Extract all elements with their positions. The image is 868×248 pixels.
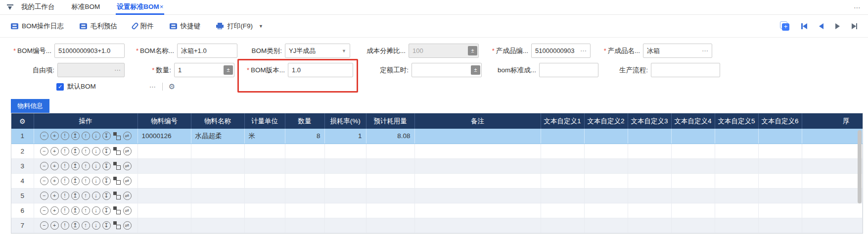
move-top-icon[interactable]: ↥ xyxy=(71,162,80,170)
loss-rate-cell[interactable]: 1 xyxy=(324,129,366,144)
exclamation-icon[interactable]: ! xyxy=(61,221,69,230)
prev-record-button[interactable] xyxy=(819,23,823,29)
move-top-icon[interactable]: ↥ xyxy=(71,192,80,200)
material-code-cell[interactable] xyxy=(137,158,191,173)
move-bottom-icon[interactable]: ↧ xyxy=(102,221,111,230)
custom-text-1-cell[interactable] xyxy=(541,188,584,203)
remark-cell[interactable] xyxy=(414,188,541,203)
estimated-usage-cell[interactable] xyxy=(366,188,414,203)
custom-text-6-cell[interactable] xyxy=(758,218,802,233)
remark-cell[interactable] xyxy=(414,158,541,173)
estimated-usage-cell[interactable] xyxy=(366,158,414,173)
move-down-icon[interactable]: ↓ xyxy=(92,147,100,155)
thickness-cell[interactable] xyxy=(802,203,863,218)
estimated-usage-cell[interactable] xyxy=(366,144,414,158)
custom-text-5-cell[interactable] xyxy=(715,203,758,218)
bom-std-cost-input[interactable] xyxy=(543,63,597,77)
custom-text-4-cell[interactable] xyxy=(671,188,715,203)
move-bottom-icon[interactable]: ↧ xyxy=(102,192,111,200)
material-name-cell[interactable]: 水晶超柔 xyxy=(191,129,244,144)
copy-replace-icon[interactable] xyxy=(113,147,121,155)
tab-material-info[interactable]: 物料信息 xyxy=(11,99,49,113)
custom-text-3-cell[interactable] xyxy=(628,173,671,188)
move-bottom-icon[interactable]: ↧ xyxy=(102,132,111,140)
loss-rate-cell[interactable] xyxy=(324,144,366,158)
estimated-usage-cell[interactable]: 8.08 xyxy=(366,129,414,144)
move-down-icon[interactable]: ↓ xyxy=(92,192,100,200)
custom-text-2-cell[interactable] xyxy=(584,144,628,158)
thickness-cell[interactable] xyxy=(802,173,863,188)
calculator-icon[interactable]: ± xyxy=(471,65,480,75)
material-code-cell[interactable] xyxy=(137,173,191,188)
material-code-cell[interactable] xyxy=(137,218,191,233)
add-row-icon[interactable]: + xyxy=(50,132,59,140)
material-name-cell[interactable] xyxy=(191,203,244,218)
material-code-cell[interactable]: 10000126 xyxy=(137,129,191,144)
move-down-icon[interactable]: ↓ xyxy=(92,206,100,215)
add-row-icon[interactable]: + xyxy=(50,192,59,200)
thickness-cell[interactable] xyxy=(802,218,863,233)
move-top-icon[interactable]: ↥ xyxy=(71,177,80,185)
exclamation-icon[interactable]: ! xyxy=(61,192,69,200)
custom-text-3-cell[interactable] xyxy=(628,188,671,203)
move-bottom-icon[interactable]: ↧ xyxy=(102,206,111,215)
custom-text-2-cell[interactable] xyxy=(584,173,628,188)
remove-row-icon[interactable]: − xyxy=(40,177,48,185)
copy-replace-icon[interactable] xyxy=(113,206,121,214)
custom-text-1-cell[interactable] xyxy=(541,144,584,158)
last-record-button[interactable] xyxy=(852,23,858,29)
swap-icon[interactable]: ⇌ xyxy=(123,132,132,140)
product-code-input[interactable] xyxy=(535,44,578,57)
custom-text-5-cell[interactable] xyxy=(715,144,758,158)
custom-text-6-cell[interactable] xyxy=(758,173,802,188)
custom-text-3-cell[interactable] xyxy=(628,158,671,173)
production-flow-input[interactable] xyxy=(655,63,719,77)
quantity-cell[interactable] xyxy=(285,158,324,173)
remark-cell[interactable] xyxy=(414,144,541,158)
add-row-icon[interactable]: + xyxy=(50,206,59,215)
remove-row-icon[interactable]: − xyxy=(40,132,48,140)
move-bottom-icon[interactable]: ↧ xyxy=(102,147,111,155)
estimated-usage-cell[interactable] xyxy=(366,173,414,188)
move-top-icon[interactable]: ↥ xyxy=(71,206,80,215)
tab-standard-bom[interactable]: 标准BOM xyxy=(71,0,101,15)
gear-icon[interactable]: ⚙ xyxy=(169,82,175,91)
exclamation-icon[interactable]: ! xyxy=(61,177,69,185)
unit-cell[interactable] xyxy=(244,218,285,233)
next-record-button[interactable] xyxy=(835,23,840,29)
tabbar-overflow-icon[interactable]: ⋯ xyxy=(854,3,861,11)
quantity-cell[interactable] xyxy=(285,218,324,233)
custom-text-1-cell[interactable] xyxy=(541,203,584,218)
add-row-icon[interactable]: + xyxy=(50,162,59,170)
custom-text-2-cell[interactable] xyxy=(584,158,628,173)
move-down-icon[interactable]: ↓ xyxy=(92,177,100,185)
custom-text-6-cell[interactable] xyxy=(758,144,802,158)
estimated-usage-cell[interactable] xyxy=(366,218,414,233)
copy-replace-icon[interactable] xyxy=(113,162,121,170)
move-up-icon[interactable]: ↑ xyxy=(82,162,90,170)
copy-replace-icon[interactable] xyxy=(113,132,121,140)
custom-text-6-cell[interactable] xyxy=(758,129,802,144)
material-code-cell[interactable] xyxy=(137,203,191,218)
thickness-cell[interactable] xyxy=(802,158,863,173)
funnel-icon[interactable] xyxy=(7,4,13,10)
vertical-scrollbar[interactable] xyxy=(858,130,862,203)
unit-cell[interactable] xyxy=(244,158,285,173)
move-up-icon[interactable]: ↑ xyxy=(82,221,90,230)
material-name-cell[interactable] xyxy=(191,158,244,173)
move-bottom-icon[interactable]: ↧ xyxy=(102,177,111,185)
unit-cell[interactable] xyxy=(244,173,285,188)
move-up-icon[interactable]: ↑ xyxy=(82,206,90,215)
loss-rate-cell[interactable] xyxy=(324,188,366,203)
move-down-icon[interactable]: ↓ xyxy=(92,132,100,140)
material-name-cell[interactable] xyxy=(191,218,244,233)
swap-icon[interactable]: ⇌ xyxy=(123,221,132,230)
custom-text-5-cell[interactable] xyxy=(715,129,758,144)
quantity-cell[interactable] xyxy=(285,203,324,218)
bom-code-input[interactable] xyxy=(58,44,123,57)
quota-hours-input[interactable] xyxy=(415,63,469,77)
profit-estimate-button[interactable]: 毛利预估 xyxy=(80,22,117,31)
add-row-icon[interactable]: + xyxy=(50,147,59,155)
material-name-cell[interactable] xyxy=(191,144,244,158)
product-name-input[interactable] xyxy=(647,44,700,57)
